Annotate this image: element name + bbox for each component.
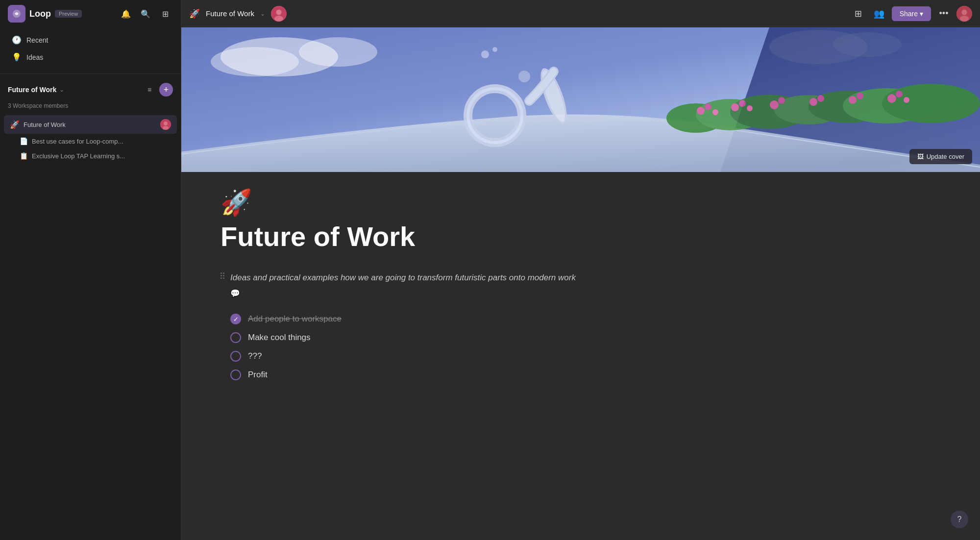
page-rocket-icon: 🚀: [10, 120, 20, 129]
topbar-page-title: Future of Work: [206, 9, 254, 18]
checklist-text-1: Add people to workspace: [248, 314, 342, 324]
svg-point-31: [809, 98, 817, 106]
svg-point-30: [778, 97, 785, 104]
share-button[interactable]: Share ▾: [892, 6, 931, 21]
svg-point-35: [887, 94, 896, 103]
update-cover-icon: 🖼: [917, 153, 924, 160]
page-subtitle: Ideas and practical examples how we are …: [230, 271, 576, 284]
page-item-avatar: [160, 119, 171, 130]
sub-page-item-best-use-cases[interactable]: 📄 Best use cases for Loop-comp...: [4, 134, 177, 148]
checklist-text-2: Make cool things: [248, 333, 311, 343]
page-item-future-of-work[interactable]: 🚀 Future of Work: [4, 115, 177, 134]
share-label: Share: [900, 10, 918, 18]
checklist-text-4: Profit: [248, 370, 268, 380]
subtitle-block: Ideas and practical examples how we are …: [220, 271, 681, 298]
help-label: ?: [957, 515, 962, 524]
svg-point-26: [731, 103, 739, 111]
workspace-title-row: Future of Work ⌄: [8, 86, 64, 94]
update-cover-label: Update cover: [927, 153, 964, 160]
workspace-expand-icon[interactable]: ⌄: [59, 86, 64, 93]
checklist-item-1: Add people to workspace: [230, 314, 681, 324]
sub-page-item-exclusive-loop[interactable]: 📋 Exclusive Loop TAP Learning s...: [4, 148, 177, 163]
logo-icon: [8, 5, 25, 23]
checklist-item-3: ???: [230, 351, 681, 362]
topbar-right: ⊞ 👥 Share ▾ •••: [851, 6, 972, 22]
checklist-item-4: Profit: [230, 369, 681, 380]
svg-point-22: [882, 84, 980, 123]
svg-point-32: [817, 95, 824, 102]
preview-badge: Preview: [55, 10, 82, 18]
svg-point-27: [739, 100, 746, 107]
logo-text: Loop: [29, 9, 51, 19]
checklist-check-2[interactable]: [230, 332, 241, 343]
logo: Loop: [8, 5, 51, 23]
top-bar: 🚀 Future of Work ⌄ ⊞ 👥 Share ▾ •••: [181, 0, 980, 27]
workspace-list-button[interactable]: ≡: [143, 83, 156, 97]
workspace-title: Future of Work: [8, 86, 56, 94]
checklist-check-3[interactable]: [230, 351, 241, 362]
topbar-user-avatar[interactable]: [271, 6, 287, 22]
svg-point-9: [960, 16, 969, 22]
checklist-text-3: ???: [248, 351, 262, 361]
svg-point-24: [705, 103, 711, 110]
topbar-people-button[interactable]: 👥: [871, 6, 887, 22]
page-content: 🖼 Update cover 🚀 Future of Work: [181, 27, 980, 540]
topbar-chevron-icon[interactable]: ⌄: [260, 10, 265, 17]
svg-point-44: [518, 71, 530, 82]
checklist-check-1[interactable]: [230, 314, 241, 324]
page-title: Future of Work: [220, 221, 681, 252]
svg-point-13: [211, 47, 299, 76]
layout-button[interactable]: ⊞: [157, 6, 173, 22]
svg-point-33: [849, 96, 857, 104]
update-cover-button[interactable]: 🖼 Update cover: [909, 149, 972, 164]
sidebar-item-recent[interactable]: 🕐 Recent: [6, 31, 175, 49]
notifications-button[interactable]: 🔔: [118, 6, 134, 22]
sidebar-header: Loop Preview 🔔 🔍 ⊞: [0, 0, 181, 27]
checklist-item-2: Make cool things: [230, 332, 681, 343]
search-button[interactable]: 🔍: [138, 6, 153, 22]
cover-image: 🖼 Update cover: [181, 27, 980, 172]
sidebar-item-ideas-label: Ideas: [26, 53, 43, 61]
sidebar-pages: 🚀 Future of Work 📄 Best use cases for Lo…: [0, 113, 181, 540]
page-emoji: 🚀: [220, 188, 681, 218]
topbar-grid-button[interactable]: ⊞: [851, 6, 866, 22]
svg-point-29: [770, 100, 779, 109]
page-body: 🚀 Future of Work: [181, 172, 720, 419]
sidebar: Loop Preview 🔔 🔍 ⊞ 🕐 Recent 💡 Ideas Futu…: [0, 0, 181, 540]
svg-point-8: [962, 9, 967, 15]
topbar-more-button[interactable]: •••: [936, 6, 952, 22]
help-button[interactable]: ?: [951, 511, 968, 528]
ideas-icon: 💡: [12, 52, 22, 62]
drag-handle[interactable]: [220, 271, 224, 279]
sidebar-item-ideas[interactable]: 💡 Ideas: [6, 49, 175, 66]
sub-page-best-use-cases-label: Best use cases for Loop-comp...: [32, 138, 123, 145]
page-item-label: Future of Work: [24, 121, 156, 128]
workspace-add-button[interactable]: +: [159, 83, 173, 97]
main-content: 🚀 Future of Work ⌄ ⊞ 👥 Share ▾ •••: [181, 0, 980, 540]
svg-point-5: [276, 9, 281, 15]
svg-point-23: [697, 107, 705, 115]
checklist: Add people to workspace Make cool things…: [230, 314, 681, 380]
svg-point-3: [163, 126, 169, 130]
sidebar-item-recent-label: Recent: [26, 36, 48, 44]
sidebar-nav: 🕐 Recent 💡 Ideas: [0, 27, 181, 70]
sidebar-divider: [0, 74, 181, 74]
topbar-rocket-icon: 🚀: [189, 8, 200, 19]
svg-point-2: [164, 122, 168, 125]
workspace-actions: ≡ +: [143, 83, 173, 97]
svg-point-28: [747, 105, 753, 111]
svg-point-36: [896, 91, 903, 98]
svg-point-6: [274, 16, 283, 22]
workspace-members: 3 Workspace members: [0, 101, 181, 113]
exclusive-loop-icon: 📋: [20, 152, 28, 160]
share-chevron-icon: ▾: [920, 10, 923, 18]
best-use-cases-icon: 📄: [20, 137, 28, 145]
sidebar-top-icons: 🔔 🔍 ⊞: [118, 6, 173, 22]
svg-point-12: [299, 37, 377, 67]
svg-point-34: [857, 93, 863, 99]
comment-icon[interactable]: 💬: [230, 289, 240, 298]
topbar-profile-avatar[interactable]: [956, 6, 972, 22]
svg-point-43: [492, 47, 497, 52]
checklist-check-4[interactable]: [230, 369, 241, 380]
svg-point-25: [712, 109, 718, 115]
